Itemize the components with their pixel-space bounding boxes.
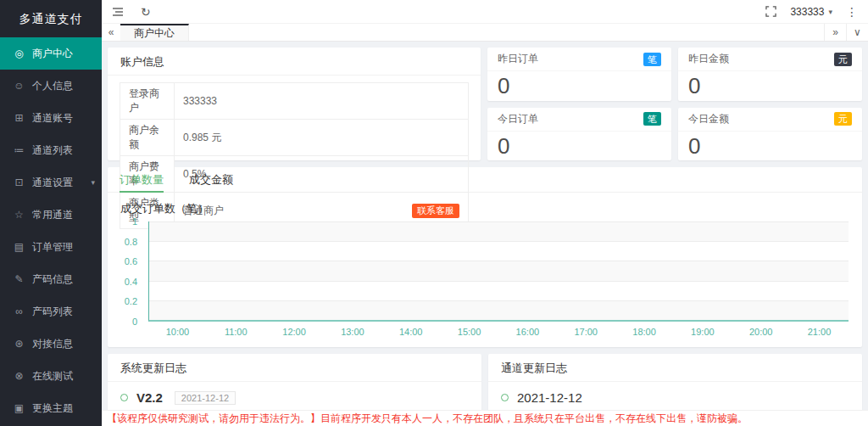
x-tick-label: 11:00 xyxy=(207,327,265,337)
star-icon: ☆ xyxy=(13,209,25,221)
log-entry-date: 2021-12-12 xyxy=(175,391,236,405)
tab-bar: « 商户中心 » ∨ xyxy=(102,24,868,42)
tabs-scroll-left-icon[interactable]: « xyxy=(102,24,120,41)
caret-down-icon: ▾ xyxy=(91,178,95,187)
tabs-scroll-right-icon[interactable]: » xyxy=(824,24,846,41)
x-tick-label: 18:00 xyxy=(615,327,674,337)
user-icon: ☺ xyxy=(13,80,25,92)
refresh-icon[interactable]: ↻ xyxy=(141,6,151,18)
topbar: ↻ 333333 ▾ ⋮ xyxy=(102,0,868,24)
sidebar-item-profile[interactable]: ☺个人信息 xyxy=(0,70,102,102)
sidebar-item-label: 商户中心 xyxy=(32,47,73,61)
chart-tab-order-count[interactable]: 订单数量 xyxy=(120,167,164,192)
stat-card-value: 0 xyxy=(678,132,862,160)
tab-bar-controls: » ∨ xyxy=(824,24,868,41)
unit-badge: 笔 xyxy=(643,112,661,126)
y-tick-label: 1 xyxy=(132,216,137,227)
dashboard-icon: ◎ xyxy=(13,48,25,59)
chart-plot-area xyxy=(148,221,849,322)
timeline-dot-icon xyxy=(120,394,128,401)
settings-icon: ⊡ xyxy=(13,177,25,188)
sidebar-item-merchant-center[interactable]: ◎商户中心 xyxy=(0,37,102,70)
chart-tab-order-amount[interactable]: 成交金额 xyxy=(189,167,233,192)
tab-label: 商户中心 xyxy=(134,26,175,41)
x-tick-label: 20:00 xyxy=(732,327,790,337)
chart: 00.20.40.60.81 10:0011:0012:0013:0014:00… xyxy=(120,221,850,349)
timeline-dot-icon xyxy=(501,394,509,401)
top-row: 账户信息 登录商户333333商户余额0.985 元商户费率0.5%商户类型普通… xyxy=(108,48,862,160)
y-tick-label: 0.8 xyxy=(125,237,137,247)
tab-merchant-center[interactable]: 商户中心 xyxy=(120,24,189,41)
stat-card-header: 今日订单笔 xyxy=(487,108,671,132)
y-tick-label: 0.6 xyxy=(125,256,137,266)
sidebar-item-change-theme[interactable]: ▣更换主题 xyxy=(0,392,102,424)
account-row-value: 0.985 元 xyxy=(175,120,469,156)
logs-row: 系统更新日志V2.22021-12-12后台增加每个用户的今日和昨日订单总金额通… xyxy=(108,354,862,410)
more-menu-icon[interactable]: ⋮ xyxy=(846,5,858,19)
x-tick-label: 12:00 xyxy=(265,327,324,337)
sidebar-item-channel-account[interactable]: ⊞通道账号 xyxy=(0,102,102,134)
log-card-body: 2021-12-12更新YY金钻通道 xyxy=(488,382,862,410)
main-content: 账户信息 登录商户333333商户余额0.985 元商户费率0.5%商户类型普通… xyxy=(102,42,868,410)
log-entry: V2.22021-12-12 xyxy=(120,388,469,409)
sidebar-item-label: 在线测试 xyxy=(32,369,73,384)
x-tick-label: 19:00 xyxy=(673,327,732,337)
stat-card-title: 昨日金额 xyxy=(688,52,729,66)
stat-card-value: 0 xyxy=(487,132,671,160)
account-row-value: 333333 xyxy=(175,83,469,120)
sidebar: 多通道支付 ◎商户中心☺个人信息⊞通道账号≔通道列表⊡通道设置▾☆常用通道▤订单… xyxy=(0,0,102,426)
account-info-card: 账户信息 登录商户333333商户余额0.985 元商户费率0.5%商户类型普通… xyxy=(108,48,481,160)
sidebar-item-label: 产码列表 xyxy=(32,305,73,319)
log-card-title: 通道更新日志 xyxy=(488,354,862,382)
pencil-icon: ✎ xyxy=(13,273,25,285)
sidebar-item-label: 常用通道 xyxy=(32,208,73,222)
account-row: 登录商户333333 xyxy=(120,83,469,120)
log-entry-heading: 2021-12-12 xyxy=(517,390,582,405)
stat-card-title: 昨日订单 xyxy=(498,52,538,66)
sidebar-item-order-management[interactable]: ▤订单管理 xyxy=(0,231,102,263)
sidebar-item-label: 对接信息 xyxy=(32,337,73,351)
contact-service-badge[interactable]: 联系客服 xyxy=(412,204,459,218)
sidebar-menu: ◎商户中心☺个人信息⊞通道账号≔通道列表⊡通道设置▾☆常用通道▤订单管理✎产码信… xyxy=(0,37,102,424)
sidebar-item-common-channels[interactable]: ☆常用通道 xyxy=(0,199,102,231)
log-entry-heading: V2.2 xyxy=(136,390,163,405)
order-icon: ▤ xyxy=(13,241,25,253)
sidebar-item-channel-settings[interactable]: ⊡通道设置▾ xyxy=(0,166,102,199)
test-icon: ⊗ xyxy=(13,370,25,382)
sidebar-item-code-info[interactable]: ✎产码信息 xyxy=(0,263,102,295)
y-tick-label: 0.4 xyxy=(125,277,137,287)
stat-card-header: 昨日订单笔 xyxy=(487,48,671,71)
app-title: 多通道支付 xyxy=(0,0,102,37)
theme-icon: ▣ xyxy=(13,402,25,414)
stat-card-value: 0 xyxy=(487,71,671,99)
stats-grid: 昨日订单笔0昨日金额元0今日订单笔0今日金额元0 xyxy=(487,48,862,160)
stat-card-value: 0 xyxy=(678,71,862,99)
account-row: 商户余额0.985 元 xyxy=(120,120,469,156)
x-tick-label: 10:00 xyxy=(148,327,207,337)
sidebar-item-label: 通道列表 xyxy=(32,143,73,158)
tabs-menu-icon[interactable]: ∨ xyxy=(846,24,868,41)
chart-y-axis: 00.20.40.60.81 xyxy=(120,221,145,322)
sidebar-item-channel-list[interactable]: ≔通道列表 xyxy=(0,134,102,166)
topbar-right: 333333 ▾ ⋮ xyxy=(765,5,858,19)
collapse-menu-icon[interactable] xyxy=(112,7,124,17)
link-icon: ∞ xyxy=(13,305,25,317)
user-menu[interactable]: 333333 ▾ xyxy=(790,6,832,18)
stat-card-today-amount: 今日金额元0 xyxy=(678,108,862,161)
username: 333333 xyxy=(790,6,824,18)
stat-card-header: 今日金额元 xyxy=(678,108,862,132)
sidebar-item-api-info[interactable]: ⊛对接信息 xyxy=(0,328,102,360)
sidebar-item-code-list[interactable]: ∞产码列表 xyxy=(0,295,102,328)
account-row-label: 商户余额 xyxy=(120,120,175,156)
log-card-channel-updates: 通道更新日志2021-12-12更新YY金钻通道 xyxy=(488,354,862,410)
log-entry: 2021-12-12 xyxy=(501,388,849,409)
sidebar-item-online-test[interactable]: ⊗在线测试 xyxy=(0,360,102,392)
fullscreen-icon[interactable] xyxy=(765,6,776,17)
stat-card-today-orders: 今日订单笔0 xyxy=(487,108,671,161)
y-tick-label: 0 xyxy=(132,317,137,327)
sidebar-item-label: 订单管理 xyxy=(32,240,73,255)
account-row: 商户费率0.5% xyxy=(120,156,469,193)
grid-icon: ⊞ xyxy=(13,112,25,124)
stat-card-title: 今日金额 xyxy=(688,112,729,126)
log-card-body: V2.22021-12-12后台增加每个用户的今日和昨日订单总金额 xyxy=(108,382,481,410)
